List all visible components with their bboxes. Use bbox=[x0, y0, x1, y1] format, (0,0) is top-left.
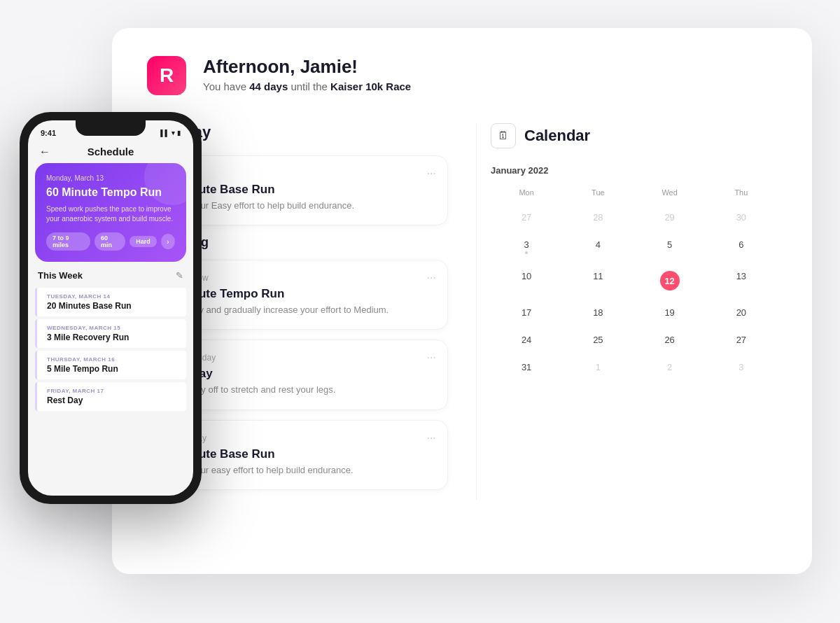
upcoming-label-2: Thursday bbox=[162, 433, 433, 443]
phone-screen: 9:41 ▌▌ ▾ ▮ ← Schedule Monday, March 13 … bbox=[28, 120, 193, 496]
featured-workout-card[interactable]: Monday, March 13 60 Minute Tempo Run Spe… bbox=[35, 163, 186, 262]
upcoming-desc-1: Take a day off to stretch and rest your … bbox=[162, 384, 433, 396]
cal-cell[interactable]: 30 bbox=[706, 205, 777, 230]
this-week-header: This Week ✎ bbox=[28, 262, 193, 285]
cal-cell[interactable]: 25 bbox=[562, 328, 634, 352]
wifi-icon: ▾ bbox=[172, 130, 175, 136]
upcoming-menu-2[interactable]: ··· bbox=[427, 432, 436, 444]
cal-cell[interactable]: 31 bbox=[491, 355, 562, 379]
greeting-title: Afternoon, Jamie! bbox=[203, 56, 411, 78]
greeting-block: Afternoon, Jamie! You have 44 days until… bbox=[203, 56, 411, 92]
desktop-card: R Afternoon, Jamie! You have 44 days unt… bbox=[112, 28, 812, 574]
back-button[interactable]: ← bbox=[39, 146, 50, 158]
cal-week-5: 31 1 2 3 bbox=[491, 355, 777, 379]
cal-cell[interactable]: 13 bbox=[706, 264, 777, 298]
calendar-grid: Mon Tue Wed Thu 27 28 29 30 3 4 5 6 bbox=[491, 186, 777, 379]
cal-cell[interactable]: 19 bbox=[634, 300, 706, 325]
tag-effort: Hard bbox=[130, 236, 157, 247]
upcoming-desc-0: Start Easy and gradually increase your e… bbox=[162, 304, 433, 316]
cal-head-tue: Tue bbox=[562, 186, 634, 200]
upcoming-title-0: 30 Minute Tempo Run bbox=[162, 287, 433, 301]
this-week-label: This Week bbox=[38, 270, 83, 281]
cal-cell[interactable]: 29 bbox=[634, 205, 706, 230]
app-header: R Afternoon, Jamie! You have 44 days unt… bbox=[147, 56, 777, 95]
cal-head-thu: Thu bbox=[706, 186, 777, 200]
featured-tags: 7 to 9 miles 60 min Hard › bbox=[46, 232, 175, 251]
cal-cell[interactable]: 3 bbox=[706, 355, 777, 379]
week-item-date-3: Friday, March 17 bbox=[47, 388, 176, 394]
next-arrow[interactable]: › bbox=[161, 234, 175, 249]
calendar-icon: 🗓 bbox=[491, 123, 516, 148]
phone-notch bbox=[76, 120, 146, 136]
bg-decor bbox=[144, 163, 186, 205]
cal-cell[interactable]: 3 bbox=[491, 232, 562, 261]
cal-head-mon: Mon bbox=[491, 186, 562, 200]
calendar-header-row: Mon Tue Wed Thu bbox=[491, 186, 777, 200]
upcoming-desc-2: Run at your easy effort to help build en… bbox=[162, 464, 433, 477]
calendar-header: 🗓 Calendar bbox=[491, 123, 777, 148]
greeting-subtitle: You have 44 days until the Kaiser 10k Ra… bbox=[203, 80, 411, 92]
phone-nav-title: Schedule bbox=[88, 146, 134, 158]
calendar-month: January 2022 bbox=[491, 165, 777, 176]
cal-cell[interactable]: 26 bbox=[634, 328, 706, 352]
upcoming-menu-0[interactable]: ··· bbox=[427, 272, 436, 284]
cal-cell[interactable]: 20 bbox=[706, 300, 777, 325]
cal-week-1: 3 4 5 6 bbox=[491, 232, 777, 261]
cal-cell-today[interactable]: 12 bbox=[634, 264, 706, 298]
cal-cell[interactable]: 5 bbox=[634, 232, 706, 261]
week-item-date-0: Tuesday, March 14 bbox=[47, 293, 176, 300]
content-layout: 〜 Today Today 60 Minute Base Run Run at … bbox=[147, 123, 777, 500]
today-circle: 12 bbox=[660, 271, 680, 290]
upcoming-label-1: Wednesday bbox=[162, 353, 433, 363]
week-item-3[interactable]: Friday, March 17 Rest Day bbox=[35, 382, 186, 411]
cal-cell[interactable]: 10 bbox=[491, 264, 562, 298]
cal-cell[interactable]: 1 bbox=[562, 355, 634, 379]
cal-week-4: 24 25 26 27 bbox=[491, 328, 777, 352]
cal-cell[interactable]: 11 bbox=[562, 264, 634, 298]
upcoming-label-0: Tomorrow bbox=[162, 273, 433, 283]
cal-cell[interactable]: 17 bbox=[491, 300, 562, 325]
cal-cell[interactable]: 27 bbox=[491, 205, 562, 230]
status-time: 9:41 bbox=[41, 129, 56, 137]
cal-cell[interactable]: 24 bbox=[491, 328, 562, 352]
app-logo: R bbox=[147, 56, 186, 95]
cal-cell[interactable]: 4 bbox=[562, 232, 634, 261]
cal-cell[interactable]: 2 bbox=[634, 355, 706, 379]
week-item-date-2: Thursday, March 16 bbox=[47, 356, 176, 363]
calendar-panel: 🗓 Calendar January 2022 Mon Tue Wed Thu … bbox=[476, 123, 777, 500]
today-card-label: Today bbox=[162, 169, 433, 178]
cal-cell[interactable]: 28 bbox=[562, 205, 634, 230]
edit-icon[interactable]: ✎ bbox=[176, 270, 183, 281]
cal-cell[interactable]: 18 bbox=[562, 300, 634, 325]
today-card-menu[interactable]: ··· bbox=[427, 167, 436, 180]
week-item-name-3: Rest Day bbox=[47, 396, 176, 405]
cal-cell[interactable]: 6 bbox=[706, 232, 777, 261]
battery-icon: ▮ bbox=[177, 130, 181, 136]
featured-label: Monday, March 13 bbox=[46, 174, 175, 182]
upcoming-title-2: 35 Minute Base Run bbox=[162, 447, 433, 461]
tag-duration: 60 min bbox=[94, 232, 125, 251]
week-item-0[interactable]: Tuesday, March 14 20 Minutes Base Run bbox=[35, 288, 186, 316]
upcoming-title-1: Rest Day bbox=[162, 367, 433, 381]
today-workout-title: 60 Minute Base Run bbox=[162, 183, 433, 197]
week-item-1[interactable]: Wednesday, March 15 3 Mile Recovery Run bbox=[35, 319, 186, 348]
signal-icon: ▌▌ bbox=[160, 130, 169, 136]
week-item-name-2: 5 Mile Tempo Run bbox=[47, 364, 176, 374]
status-icons: ▌▌ ▾ ▮ bbox=[160, 130, 181, 136]
week-item-name-0: 20 Minutes Base Run bbox=[47, 301, 176, 311]
cal-head-wed: Wed bbox=[634, 186, 706, 200]
tag-distance: 7 to 9 miles bbox=[46, 232, 90, 251]
cal-week-0: 27 28 29 30 bbox=[491, 205, 777, 230]
phone-nav: ← Schedule bbox=[28, 140, 193, 163]
featured-description: Speed work pushes the pace to improve yo… bbox=[46, 204, 175, 224]
cal-week-2: 10 11 12 13 bbox=[491, 264, 777, 298]
phone-mockup: 9:41 ▌▌ ▾ ▮ ← Schedule Monday, March 13 … bbox=[20, 112, 202, 504]
week-item-date-1: Wednesday, March 15 bbox=[47, 325, 176, 331]
cal-week-3: 17 18 19 20 bbox=[491, 300, 777, 325]
calendar-title: Calendar bbox=[524, 127, 590, 145]
week-item-name-1: 3 Mile Recovery Run bbox=[47, 332, 176, 342]
week-item-2[interactable]: Thursday, March 16 5 Mile Tempo Run bbox=[35, 351, 186, 379]
cal-cell[interactable]: 27 bbox=[706, 328, 777, 352]
upcoming-menu-1[interactable]: ··· bbox=[427, 351, 436, 364]
today-workout-desc: Run at your Easy effort to help build en… bbox=[162, 200, 433, 212]
